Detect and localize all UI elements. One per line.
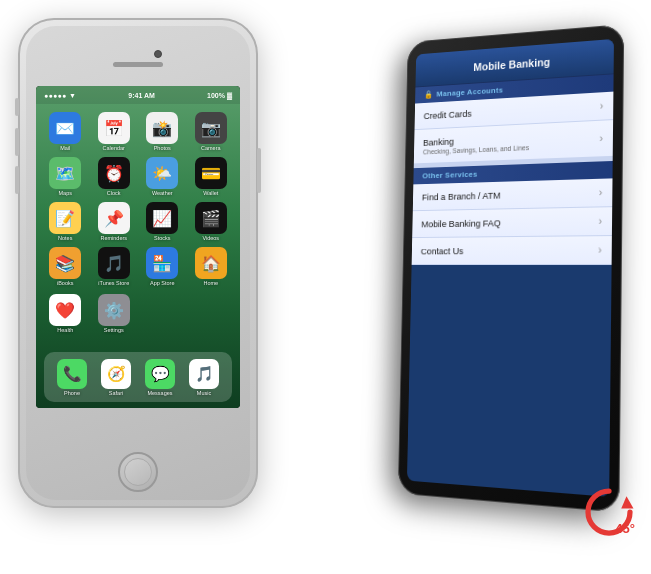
- dock: 📞Phone🧭Safari💬Messages🎵Music: [44, 352, 232, 402]
- app-icon-weather[interactable]: 🌤️Weather: [141, 157, 184, 196]
- status-bar: ●●●●● ▼ 9:41 AM 100% ▓: [36, 86, 240, 104]
- app-icon-wallet[interactable]: 💳Wallet: [190, 157, 233, 196]
- iphone-speaker: [113, 62, 163, 67]
- app-icon-calendar[interactable]: 📅Calendar: [93, 112, 136, 151]
- app-icon-app-store[interactable]: 🏪App Store: [141, 247, 184, 286]
- status-time: 9:41 AM: [128, 92, 155, 99]
- app-icon-mail[interactable]: ✉️Mail: [44, 112, 87, 151]
- app-grid-row3: ❤️Health⚙️Settings: [36, 292, 240, 339]
- mb-faq[interactable]: Mobile Banking FAQ ›: [412, 207, 612, 238]
- mb-credit-cards-label: Credit Cards: [424, 108, 472, 121]
- scene: ●●●●● ▼ 9:41 AM 100% ▓ ✉️Mail📅Calendar📸P…: [0, 0, 651, 574]
- mb-section1-label: Manage Accounts: [436, 86, 503, 99]
- dock-icon-messages[interactable]: 💬Messages: [145, 359, 175, 396]
- mb-find-branch-label: Find a Branch / ATM: [422, 190, 501, 203]
- rotate-degrees: 45°: [615, 521, 635, 536]
- app-icon-clock[interactable]: ⏰Clock: [93, 157, 136, 196]
- rotate-badge: 45°: [577, 480, 641, 544]
- app-icon-notes[interactable]: 📝Notes: [44, 202, 87, 241]
- app-icon-home[interactable]: 🏠Home: [190, 247, 233, 286]
- status-signal: ●●●●● ▼: [44, 92, 76, 99]
- lock-icon: 🔒: [424, 90, 433, 99]
- mb-faq-label: Mobile Banking FAQ: [421, 217, 501, 229]
- chevron-icon-2: ›: [599, 133, 602, 144]
- app-icon-reminders[interactable]: 📌Reminders: [93, 202, 136, 241]
- chevron-icon: ›: [600, 100, 603, 111]
- mb-find-branch[interactable]: Find a Branch / ATM ›: [413, 178, 613, 211]
- iphone-screen: ●●●●● ▼ 9:41 AM 100% ▓ ✉️Mail📅Calendar📸P…: [36, 86, 240, 408]
- app-icon-photos[interactable]: 📸Photos: [141, 112, 184, 151]
- chevron-icon-4: ›: [598, 216, 602, 227]
- mb-contact-label: Contact Us: [421, 245, 464, 256]
- dock-icon-phone[interactable]: 📞Phone: [57, 359, 87, 396]
- iphone-device: ●●●●● ▼ 9:41 AM 100% ▓ ✉️Mail📅Calendar📸P…: [18, 18, 258, 508]
- iphone-camera: [154, 50, 162, 58]
- mb-title: Mobile Banking: [473, 56, 550, 73]
- app-icon-camera[interactable]: 📷Camera: [190, 112, 233, 151]
- app-icon-settings[interactable]: ⚙️Settings: [93, 294, 136, 333]
- app-icon-ibooks[interactable]: 📚iBooks: [44, 247, 87, 286]
- dock-icon-music[interactable]: 🎵Music: [189, 359, 219, 396]
- dock-icon-safari[interactable]: 🧭Safari: [101, 359, 131, 396]
- app-icon-videos[interactable]: 🎬Videos: [190, 202, 233, 241]
- android-device: Mobile Banking 🔒 Manage Accounts Credit …: [398, 24, 625, 513]
- app-icon-stocks[interactable]: 📈Stocks: [141, 202, 184, 241]
- app-grid: ✉️Mail📅Calendar📸Photos📷Camera🗺️Maps⏰Cloc…: [36, 104, 240, 292]
- chevron-icon-5: ›: [598, 244, 602, 255]
- status-battery: 100% ▓: [207, 92, 232, 99]
- chevron-icon-3: ›: [599, 187, 603, 198]
- android-screen: Mobile Banking 🔒 Manage Accounts Credit …: [407, 39, 614, 497]
- app-icon-maps[interactable]: 🗺️Maps: [44, 157, 87, 196]
- svg-marker-0: [621, 496, 633, 508]
- mb-contact[interactable]: Contact Us ›: [412, 236, 612, 265]
- app-icon-itunes-store[interactable]: 🎵iTunes Store: [93, 247, 136, 286]
- iphone-home-button[interactable]: [118, 452, 158, 492]
- mb-section2-label: Other Services: [422, 170, 477, 181]
- app-icon-health[interactable]: ❤️Health: [44, 294, 87, 333]
